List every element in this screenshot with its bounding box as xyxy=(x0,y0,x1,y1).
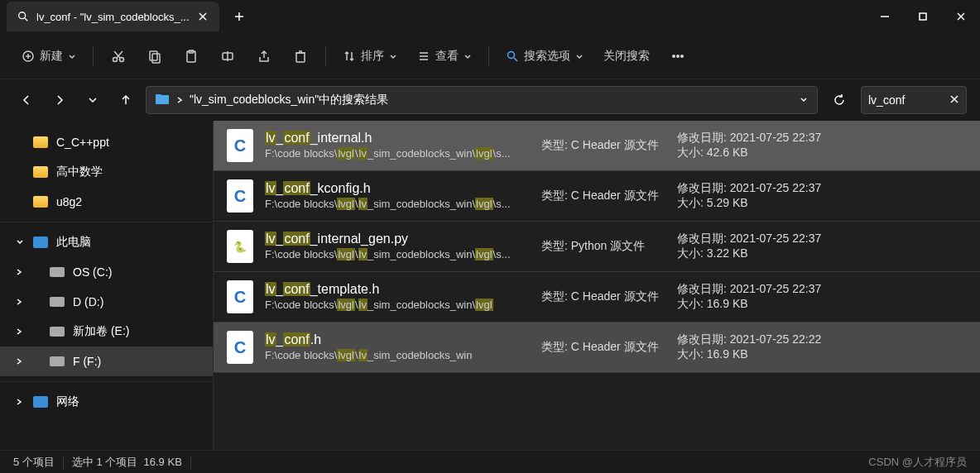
sidebar-drive[interactable]: OS (C:) xyxy=(0,257,213,287)
filepath: F:\code blocks\lvgl\lv_sim_codeblocks_wi… xyxy=(265,349,530,363)
file-type: 类型: C Header 源文件 xyxy=(541,189,665,203)
computer-icon xyxy=(33,236,48,248)
chevron-right-icon[interactable] xyxy=(15,395,23,408)
filename: lv_conf_internal.h xyxy=(265,130,530,147)
chevron-right-icon[interactable] xyxy=(15,295,23,308)
chevron-right-icon[interactable] xyxy=(15,325,23,338)
sidebar-folder[interactable]: C_C++ppt xyxy=(0,127,213,157)
file-date: 修改日期: 2021-07-25 22:37 xyxy=(677,282,821,297)
drive-label: 新加卷 (E:) xyxy=(73,324,129,339)
network-icon xyxy=(33,396,48,408)
folder-icon xyxy=(33,196,48,208)
view-button[interactable]: 查看 xyxy=(409,41,480,71)
result-row[interactable]: Clv_conf.hF:\code blocks\lvgl\lv_sim_cod… xyxy=(214,322,980,373)
file-date: 修改日期: 2021-07-25 22:37 xyxy=(677,232,821,246)
sidebar-folder[interactable]: u8g2 xyxy=(0,187,213,217)
folder-label: u8g2 xyxy=(56,195,82,208)
share-button[interactable] xyxy=(247,41,281,71)
c-file-icon: C xyxy=(227,129,253,162)
paste-button[interactable] xyxy=(175,41,208,71)
new-label: 新建 xyxy=(40,49,63,64)
disk-icon xyxy=(50,327,65,337)
disk-icon xyxy=(50,356,65,366)
svg-rect-17 xyxy=(150,51,157,60)
name-path: lv_conf_internal.hF:\code blocks\lvgl\lv… xyxy=(265,130,530,161)
file-meta: 修改日期: 2021-07-25 22:37大小: 42.6 KB xyxy=(677,131,821,160)
filename: lv_conf_template.h xyxy=(265,281,530,299)
back-button[interactable] xyxy=(13,87,40,113)
rename-button[interactable] xyxy=(211,41,244,71)
file-size: 大小: 42.6 KB xyxy=(677,146,821,160)
chevron-right-icon[interactable] xyxy=(15,355,23,368)
file-type: 类型: Python 源文件 xyxy=(541,239,665,254)
chevron-down-icon[interactable] xyxy=(15,236,25,249)
more-button[interactable] xyxy=(661,41,694,71)
recent-button[interactable] xyxy=(79,87,106,113)
close-search-button[interactable]: 关闭搜索 xyxy=(595,41,658,71)
search-options-button[interactable]: 搜索选项 xyxy=(497,41,592,71)
search-input[interactable] xyxy=(868,93,944,107)
filepath: F:\code blocks\lvgl\lv_sim_codeblocks_wi… xyxy=(265,299,530,313)
svg-line-1 xyxy=(25,18,28,22)
result-row[interactable]: Clv_conf_internal.hF:\code blocks\lvgl\l… xyxy=(214,121,980,171)
chevron-down-icon xyxy=(68,52,76,60)
c-file-icon: C xyxy=(227,331,253,364)
name-path: lv_conf_kconfig.hF:\code blocks\lvgl\lv_… xyxy=(265,180,530,212)
result-row[interactable]: Clv_conf_template.hF:\code blocks\lvgl\l… xyxy=(214,272,980,322)
sidebar-folder[interactable]: 高中数学 xyxy=(0,157,213,187)
minimize-button[interactable] xyxy=(866,0,904,33)
sidebar-this-pc[interactable]: 此电脑 xyxy=(0,227,213,257)
filepath: F:\code blocks\lvgl\lv_sim_codeblocks_wi… xyxy=(265,147,530,161)
result-row[interactable]: 🐍lv_conf_internal_gen.pyF:\code blocks\l… xyxy=(214,222,980,272)
svg-line-30 xyxy=(514,58,517,61)
file-type: 类型: C Header 源文件 xyxy=(541,138,665,153)
chevron-right-icon[interactable] xyxy=(15,265,23,279)
status-items: 5 个项目 xyxy=(13,455,55,470)
sort-button[interactable]: 排序 xyxy=(334,41,406,71)
filepath: F:\code blocks\lvgl\lv_sim_codeblocks_wi… xyxy=(265,248,530,262)
search-icon xyxy=(17,10,30,23)
clear-search-icon[interactable] xyxy=(949,93,959,107)
close-button[interactable] xyxy=(942,0,980,33)
sidebar-drive[interactable]: 新加卷 (E:) xyxy=(0,317,213,346)
copy-button[interactable] xyxy=(138,41,171,71)
sidebar-drive[interactable]: F (F:) xyxy=(0,346,213,376)
cut-button[interactable] xyxy=(102,41,135,71)
chevron-down-icon[interactable] xyxy=(799,93,809,107)
maximize-button[interactable] xyxy=(904,0,942,33)
up-button[interactable] xyxy=(113,87,139,113)
folder-label: 高中数学 xyxy=(56,165,103,179)
folder-icon xyxy=(155,93,170,108)
separator xyxy=(488,46,489,66)
current-tab[interactable]: lv_conf - "lv_sim_codeblocks_... xyxy=(7,2,219,31)
address-bar[interactable]: "lv_sim_codeblocks_win"中的搜索结果 xyxy=(146,86,818,114)
close-search-label: 关闭搜索 xyxy=(603,49,650,64)
file-size: 大小: 5.29 KB xyxy=(677,196,821,211)
new-button[interactable]: 新建 xyxy=(13,41,84,71)
close-icon[interactable] xyxy=(196,10,209,23)
sidebar-drive[interactable]: D (D:) xyxy=(0,287,213,317)
svg-point-29 xyxy=(508,51,515,58)
statusbar: 5 个项目 选中 1 个项目 16.9 KB CSDN @人才程序员 xyxy=(0,450,980,473)
separator xyxy=(325,46,326,66)
disk-icon xyxy=(50,297,65,307)
refresh-button[interactable] xyxy=(824,86,854,114)
delete-button[interactable] xyxy=(284,41,317,71)
svg-rect-18 xyxy=(152,54,160,63)
view-label: 查看 xyxy=(435,49,459,64)
filepath: F:\code blocks\lvgl\lv_sim_codeblocks_wi… xyxy=(265,198,530,212)
file-meta: 修改日期: 2021-07-25 22:37大小: 5.29 KB xyxy=(677,181,821,211)
result-row[interactable]: Clv_conf_kconfig.hF:\code blocks\lvgl\lv… xyxy=(214,171,980,222)
forward-button[interactable] xyxy=(46,87,73,113)
sidebar-network[interactable]: 网络 xyxy=(0,387,213,417)
svg-rect-7 xyxy=(920,13,926,20)
drive-label: D (D:) xyxy=(73,295,103,308)
svg-point-13 xyxy=(113,57,118,61)
file-size: 大小: 3.22 KB xyxy=(677,246,821,261)
search-box[interactable] xyxy=(861,86,967,114)
new-tab-button[interactable] xyxy=(226,3,252,30)
file-size: 大小: 16.9 KB xyxy=(677,347,821,362)
svg-point-31 xyxy=(673,55,675,57)
tab-title: lv_conf - "lv_sim_codeblocks_... xyxy=(36,11,190,23)
svg-point-0 xyxy=(19,12,26,19)
